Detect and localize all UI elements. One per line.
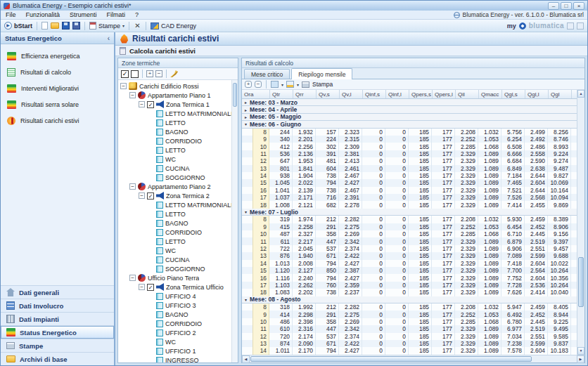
check-all-icon[interactable]: ✓ <box>121 70 129 78</box>
nav-archivi-di-base[interactable]: Archivi di base <box>1 352 114 365</box>
scroll-right-icon[interactable]: ▶ <box>577 355 584 363</box>
month-group-row[interactable]: ▸Mese: 04 - Aprile <box>242 106 577 113</box>
result-row[interactable]: 181.0832.2027382.237001851772.3291.0897.… <box>242 289 577 296</box>
zone-checkbox[interactable]: ✓ <box>147 101 154 108</box>
tree-room[interactable]: BAGNO <box>118 127 231 136</box>
result-row[interactable]: 161.0412.1397382.467001851772.3291.0897.… <box>242 187 577 194</box>
horizontal-scroll-track[interactable] <box>250 355 577 362</box>
sidebar-item-risultati-di-calcolo[interactable]: Risultati di calcolo <box>1 64 114 80</box>
nav-stampe[interactable]: Stampe <box>1 339 114 352</box>
collapse-box-icon[interactable]: − <box>120 83 127 89</box>
result-row[interactable]: 83181.9922122.282001851772.2081.0325.947… <box>242 303 577 311</box>
result-row[interactable]: 171.0372.1717162.391001851772.3291.0897.… <box>242 194 577 201</box>
scroll-down-icon[interactable]: ▼ <box>577 347 584 355</box>
result-row[interactable]: 181.0082.1216822.278001851772.3291.0897.… <box>242 201 577 208</box>
column-header-qtr[interactable]: Qtr <box>270 90 293 98</box>
account-icon[interactable] <box>567 22 574 30</box>
open-folder-icon[interactable] <box>51 22 59 29</box>
tree-room[interactable]: SOGGIORNO <box>118 173 231 182</box>
column-header-qil[interactable]: Qil <box>456 90 479 98</box>
basket-icon[interactable] <box>577 22 584 30</box>
collapse-box-icon[interactable]: − <box>139 192 145 199</box>
tree-room[interactable]: BAGNO <box>118 218 231 228</box>
result-row[interactable]: 126471.9534812.413001851772.3291.0896.68… <box>242 157 577 164</box>
tree-building[interactable]: −Appartamento Piano 2 <box>118 182 231 191</box>
result-row[interactable]: 171.1032.2627602.359001851772.3291.0897.… <box>242 282 577 289</box>
maximize-button[interactable]: □ <box>561 2 572 10</box>
tree-room[interactable]: LETTO <box>118 145 231 155</box>
calc-button[interactable]: Calcola carichi estivi <box>115 46 587 56</box>
tree-building[interactable]: −Appartamento Piano 1 <box>118 91 231 100</box>
cad-energy-button[interactable]: CAD Energy <box>151 22 196 30</box>
result-row[interactable]: 161.1162.2407942.427001851772.3291.0897.… <box>242 274 577 281</box>
column-header-qv-l[interactable]: Qv,l <box>340 90 363 98</box>
tree-room[interactable]: CORRIDOIO <box>118 228 231 237</box>
bstart-button[interactable]: ▶ bStart <box>4 22 32 30</box>
result-row[interactable]: 94152.2582912.275001851772.2521.0536.454… <box>242 223 577 230</box>
new-file-icon[interactable] <box>41 22 48 30</box>
stampe-button[interactable]: Stampe ▾ <box>89 22 124 30</box>
result-row[interactable]: 116112.2174472.342001851772.3291.0896.87… <box>242 237 577 244</box>
column-header-ora[interactable]: Ora <box>242 90 270 98</box>
column-header-qrr[interactable]: Qrr <box>293 90 317 98</box>
tree-zone[interactable]: −✓Zona Termica Ufficio <box>118 282 231 292</box>
uncheck-all-icon[interactable] <box>131 70 139 78</box>
tree-room[interactable]: LETTO <box>118 209 231 218</box>
result-row[interactable]: 141.0132.0087942.427001851772.3291.0897.… <box>242 260 577 267</box>
scroll-left-icon[interactable]: ◀ <box>242 355 250 363</box>
collapse-box-icon[interactable]: − <box>129 92 136 98</box>
tree-room[interactable]: CORRIDOIO <box>118 136 231 145</box>
result-row[interactable]: 138742.0906712.422001851772.3291.0897.23… <box>242 340 577 347</box>
vertical-scroll-track[interactable] <box>577 98 584 347</box>
tree-room[interactable]: UFFICIO 3 <box>118 301 231 310</box>
nav-dati-involucro[interactable]: Dati Involucro <box>1 299 114 312</box>
chevron-down-icon[interactable]: ▾ <box>281 82 283 87</box>
menu-strumenti[interactable]: Strumenti <box>65 11 102 19</box>
sidebar-item-risultati-carichi-estivi[interactable]: Risultati carichi estivi <box>1 112 114 129</box>
tree-room[interactable]: LETTO MATRIMONIALE <box>118 200 231 209</box>
zones-scrollbar[interactable] <box>231 80 238 362</box>
tools-x-icon[interactable]: ✕ <box>134 22 141 30</box>
result-row[interactable]: 94142.2982912.275001851772.2521.0536.492… <box>242 311 577 318</box>
horizontal-scrollbar[interactable]: ◀ ▶ <box>242 355 584 362</box>
color-picker-icon[interactable] <box>271 81 279 88</box>
month-group-row[interactable]: ▸Mese: 03 - Marzo <box>242 99 577 106</box>
result-row[interactable]: 138011.8416042.461001851772.3291.0896.84… <box>242 165 577 172</box>
minimize-button[interactable]: – <box>548 2 559 10</box>
collapse-box-icon[interactable]: − <box>129 275 136 281</box>
collapse-all-icon[interactable]: − <box>155 70 162 77</box>
tree-room[interactable]: UFFICIO 4 <box>118 292 231 301</box>
menu-filmati[interactable]: Filmati <box>102 11 131 19</box>
collapse-box-icon[interactable]: − <box>139 101 145 107</box>
tree-room[interactable]: BAGNO <box>118 310 231 319</box>
sidebar-item-risultati-serra-solare[interactable]: Risultati serra solare <box>1 96 114 112</box>
tree-room[interactable]: UFFICIO 2 <box>118 328 231 337</box>
column-header-qgl-s[interactable]: Qgl,s <box>502 90 525 98</box>
save-all-icon[interactable] <box>72 22 80 30</box>
save-icon[interactable] <box>62 22 70 30</box>
expand-all-icon[interactable]: + <box>146 70 153 77</box>
month-group-row[interactable]: ▾Mese: 08 - Agosto <box>242 296 577 303</box>
result-row[interactable]: 149381.9047382.467001851772.3291.0897.18… <box>242 172 577 179</box>
month-group-row[interactable]: ▾Mese: 07 - Luglio <box>242 209 577 216</box>
broom-icon[interactable] <box>170 70 178 77</box>
tree-room[interactable]: WC <box>118 155 231 164</box>
nav-status-energetico[interactable]: Status Energetico <box>1 325 114 339</box>
result-row[interactable]: 104872.3273582.269001851772.2851.0686.71… <box>242 230 577 237</box>
menu-file[interactable]: File <box>1 11 21 19</box>
vertical-scrollbar[interactable]: ▲ ▼ <box>577 90 584 355</box>
tree-room[interactable]: LETTO <box>118 118 231 127</box>
result-row[interactable]: 115362.1363912.381001851772.3291.0896.66… <box>242 150 577 157</box>
horizontal-scroll-thumb[interactable] <box>250 356 532 362</box>
column-header-qv-s[interactable]: Qv,s <box>317 90 340 98</box>
sidebar-item-interventi-migliorativi[interactable]: Interventi Migliorativi <box>1 80 114 96</box>
month-group-row[interactable]: ▸Mese: 05 - Maggio <box>242 114 577 121</box>
collapse-box-icon[interactable]: − <box>139 284 145 290</box>
tree-zone[interactable]: −✓Zona Termica 2 <box>118 191 231 200</box>
month-group-row[interactable]: ▾Mese: 06 - Giugno <box>242 121 577 128</box>
expand-groups-icon[interactable]: + <box>245 81 252 88</box>
result-row[interactable]: 104862.3983582.269001851772.2851.0686.78… <box>242 318 577 325</box>
print-icon[interactable] <box>302 81 309 88</box>
tab-mese-critico[interactable]: Mese critico <box>244 69 290 79</box>
tree-room[interactable]: WC <box>118 337 231 346</box>
